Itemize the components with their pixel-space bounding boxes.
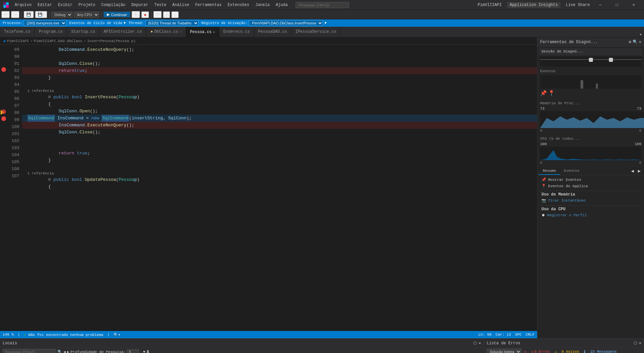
timeline-handle-2[interactable] (609, 58, 613, 62)
tab-close-icon[interactable]: ✕ (180, 30, 182, 34)
title-search-input[interactable] (296, 2, 349, 8)
depth-input[interactable] (127, 349, 139, 353)
events-tab[interactable]: Eventos (560, 167, 584, 175)
live-share-button[interactable]: Live Share (566, 3, 590, 7)
locals-panel: Locais ⬡ ✕ 🔍 ◀ ▶ Profundidade de Pesquis… (0, 339, 484, 353)
app-insights-button[interactable]: Application Insights (507, 2, 560, 8)
zoom-level[interactable]: 146 % (3, 333, 14, 337)
stop-button[interactable]: ■ (141, 11, 149, 18)
breadcrumb-method[interactable]: InsertPessoa(Pessoa p) (87, 39, 136, 43)
breadcrumb-file[interactable]: PimVIIIAPI.DAO.DbClass (34, 39, 82, 43)
step-into-button[interactable]: ↓ (163, 11, 170, 18)
save-all-button[interactable]: 💾+ (35, 11, 47, 18)
code-line-103: return true; (22, 150, 537, 157)
close-locals-icon[interactable]: ✕ (479, 341, 481, 346)
tab-close-icon[interactable]: ✕ (213, 30, 215, 34)
menu-analise[interactable]: Análise (170, 1, 192, 9)
menu-janela[interactable]: Janela (253, 1, 272, 9)
diag-nav-right[interactable]: ▶ (636, 167, 643, 175)
locals-search-input[interactable] (3, 349, 56, 353)
no-problems-indicator: ⊙ Não foi encontrado nenhum problema (24, 333, 104, 337)
summary-tab[interactable]: Resumo (539, 167, 560, 175)
tab-endereco[interactable]: Endereco.cs (219, 27, 254, 37)
save-button[interactable]: 💾 (24, 11, 34, 18)
errors-panel: Lista de Erros ⬡ ✕ Solução Inteira ✕ ✕ 0… (484, 339, 644, 353)
menu-arquivo[interactable]: Arquivo (12, 1, 34, 9)
undo-button[interactable]: ↩ (1, 11, 10, 18)
stack-dropdown[interactable]: PimVIIIAPI.DAO.DbClass.InsertPessoa (249, 20, 323, 26)
breadcrumb-project[interactable]: PimVIIIAPI (7, 39, 29, 43)
breakpoint-99[interactable] (1, 116, 6, 121)
process-dropdown[interactable]: [260] iisexpress.exe (24, 20, 66, 26)
events-dropdown-icon[interactable]: ▼ (124, 21, 126, 25)
menu-depurar[interactable]: Depurar (129, 1, 151, 9)
window-controls: ─ □ ✕ (593, 0, 641, 10)
panel-settings-icon[interactable]: ⚙ (629, 39, 631, 44)
code-content[interactable]: DelCommand.ExecuteNonQuery(); SqlConn.Cl… (22, 45, 537, 331)
editor-statusbar: 146 % | ⊙ Não foi encontrado nenhum prob… (0, 331, 537, 338)
tab-pessoa[interactable]: Pessoa.cs ✕ (186, 27, 219, 37)
nav-forward-icon[interactable]: ▶ (67, 350, 69, 353)
panel-search-icon[interactable]: 🔍 (633, 39, 638, 44)
tab-pessoaDAO[interactable]: PessoaDAO.cs (254, 27, 291, 37)
menu-ferramentas[interactable]: Ferramentas (192, 1, 224, 9)
continue-button[interactable]: ▶ Continuar (104, 12, 130, 17)
filter-icon[interactable]: ▼ (143, 350, 145, 353)
code-editor-area: ◉ PimVIIIAPI › PimVIIIAPI.DAO.DbClass › … (0, 37, 537, 338)
stack-nav-icon[interactable]: ▼ (324, 21, 327, 25)
tab-label: Pessoa.cs (190, 30, 212, 34)
menu-ajuda[interactable]: Ajuda (273, 1, 290, 9)
scope-dropdown[interactable]: Solução Inteira (487, 349, 521, 353)
close-errors-icon[interactable]: ✕ (639, 341, 641, 346)
maximize-button[interactable]: □ (609, 0, 625, 10)
line-col-indicator[interactable]: Ln: 98 (478, 333, 492, 337)
record-profile-button[interactable]: Registrar o Perfil (547, 213, 587, 217)
tab-startup[interactable]: Startup.cs (67, 27, 100, 37)
nav-back-icon[interactable]: ◀ (63, 350, 66, 353)
float-errors-icon[interactable]: ⬡ (634, 341, 637, 346)
menu-extensoes[interactable]: Extensões (225, 1, 252, 9)
code-line-97: SqlConn.Open(); (22, 108, 537, 115)
breakpoint-92[interactable] (1, 67, 6, 72)
step-over-button[interactable]: ↷ (153, 11, 162, 18)
tabs-overflow-button[interactable]: ▾ (637, 32, 644, 37)
format-icon[interactable]: A (147, 350, 149, 353)
timeline-handle[interactable] (589, 58, 593, 62)
project-name-display: PimVIIIAPI (478, 3, 502, 7)
minimize-button[interactable]: ─ (593, 0, 608, 10)
restart-button[interactable]: ↻ (132, 11, 140, 18)
take-snapshot-button[interactable]: Tirar Instantâneo (548, 199, 586, 203)
memory-graph (540, 111, 644, 128)
diag-nav-left[interactable]: ◀ (629, 167, 636, 175)
tab-apicontroller[interactable]: APIController.cs (100, 27, 146, 37)
memory-usage-title: Uso de Memória (541, 192, 640, 197)
tab-telefone[interactable]: Telefone.cs (0, 27, 35, 37)
spaces-indicator[interactable]: SPC (515, 333, 522, 337)
titlebar: Arquivo Editar Exibir Projeto Compilação… (0, 0, 644, 10)
close-button[interactable]: ✕ (626, 0, 641, 10)
thread-dropdown[interactable]: [6320] Thread de Trabalho (145, 20, 199, 26)
debug-config-dropdown[interactable]: Debug (51, 12, 72, 18)
redo-button[interactable]: ↪ (11, 11, 19, 18)
step-out-button[interactable]: ↑ (171, 11, 179, 18)
float-icon[interactable]: ⬡ (473, 341, 477, 346)
event-label-2[interactable]: Eventos do Applica (548, 184, 588, 188)
encoding-indicator[interactable]: CRLF (526, 333, 534, 337)
menu-editar[interactable]: Editar (35, 1, 54, 9)
menu-compilacao[interactable]: Compilação (99, 1, 128, 9)
menu-teste[interactable]: Teste (152, 1, 169, 9)
breakpoint-98[interactable] (1, 109, 6, 114)
menu-projeto[interactable]: Projeto (76, 1, 98, 9)
debug-filter-icon[interactable]: 🔍▾ (114, 333, 121, 337)
panel-close-icon[interactable]: ✕ (639, 39, 641, 44)
warnings-count[interactable]: 0 Avisos (559, 349, 581, 353)
search-options-icon[interactable]: 🔍 (57, 350, 62, 353)
messages-count[interactable]: 15 Mensagens (588, 349, 619, 353)
tab-ipessoaservice[interactable]: IPessoaService.cs (291, 27, 340, 37)
tab-dbclass[interactable]: ● DbClass.cs ✕ (146, 27, 186, 37)
menu-exibir[interactable]: Exibir (55, 1, 75, 9)
event-label-1[interactable]: Mostrar Eventos (548, 178, 581, 182)
cpu-dropdown[interactable]: Any CPU (74, 12, 99, 18)
errors-count[interactable]: ✕ 0 Erros (529, 349, 552, 353)
tab-program[interactable]: Program.cs (35, 27, 67, 37)
